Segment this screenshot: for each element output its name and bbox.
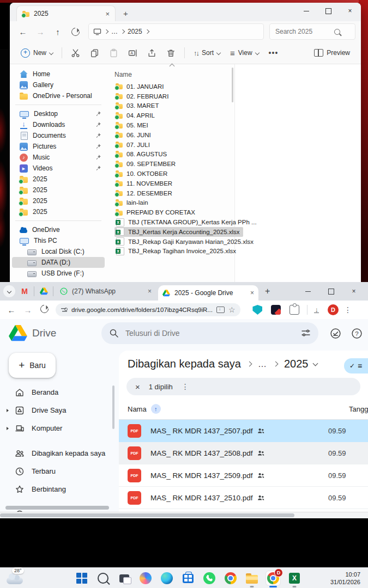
view-button[interactable]: ≡ View [226,45,263,61]
whatsapp-button[interactable] [202,571,216,585]
file-explorer-button[interactable] [245,571,259,585]
extension-shield-icon[interactable] [252,305,262,315]
new-button[interactable]: + New [16,45,57,61]
breadcrumb-current[interactable]: 2025 [284,358,318,370]
expand-arrow-icon[interactable] [7,427,9,430]
chrome-button[interactable] [224,571,238,585]
folder-row[interactable]: 09. SEPTEMBER [107,159,234,169]
reload-button[interactable] [37,305,51,315]
sidebar-item-this-pc[interactable]: This PC [12,235,105,246]
file-row[interactable]: TBJ_Rekap Gaji Karyawan Harian_2025.xlsx [107,237,234,247]
chrome-profile-button[interactable]: D [266,571,280,585]
folder-row[interactable]: 11. NOVEMBER [107,179,234,188]
file-row[interactable]: PDF MAS_ RK MDR 1437_2510.pdf 09.59 [119,487,368,509]
forward-button[interactable]: → [33,24,48,39]
sidebar-item-komputer[interactable]: Komputer [0,419,119,437]
site-settings-icon[interactable] [61,307,68,313]
folder-row[interactable]: 08. AGUSTUS [107,150,234,160]
copilot-button[interactable] [138,571,153,585]
folder-row[interactable]: 12. DESEMBER [107,188,234,198]
copy-button[interactable] [86,45,104,61]
close-tab-icon[interactable]: × [105,10,110,18]
maximize-button[interactable] [320,282,342,301]
folder-row[interactable]: 07. JULI [107,140,234,150]
close-tab-icon[interactable]: × [148,287,152,295]
sidebar-item-desktop[interactable]: Desktop [12,108,105,119]
extensions-puzzle-icon[interactable] [289,305,299,315]
taskbar-clock[interactable]: 10:07 31/01/2026 [330,571,368,586]
folder-row[interactable]: 05. MEI [107,120,234,130]
breadcrumb[interactable]: … 2025 [88,23,264,40]
sidebar-item-drive-saya[interactable]: Drive Saya [0,401,119,419]
column-header-tanggal[interactable]: Tanggal d [349,405,368,413]
more-actions-icon[interactable]: ⋮ [182,382,189,391]
sidebar-item-documents[interactable]: Documents [12,130,105,141]
sidebar-item-music[interactable]: ♪Music [12,152,105,163]
horizontal-scrollbar[interactable] [0,512,368,518]
send-to-device-icon[interactable] [216,307,225,313]
taskbar-search-button[interactable] [96,571,110,585]
breadcrumb-ellipsis[interactable]: … [111,28,118,35]
sidebar-item-beranda[interactable]: Beranda [0,383,119,401]
profile-avatar[interactable]: D [328,304,339,315]
excel-button[interactable]: X [287,571,301,585]
sidebar-item-videos[interactable]: ▶Videos [12,163,105,174]
close-button[interactable]: × [339,3,361,19]
help-icon[interactable]: ? [351,328,363,339]
edge-button[interactable] [160,571,174,585]
close-tab-icon[interactable]: × [250,289,254,297]
scrollbar[interactable] [232,68,233,102]
expand-arrow-icon[interactable] [7,409,9,412]
sidebar-item-2025[interactable]: 2025 [12,174,105,185]
search-filter-icon[interactable] [301,329,311,338]
folder-row[interactable]: 10. OKTOBER [107,169,234,179]
column-header-nama[interactable]: Nama [128,405,147,413]
share-button[interactable] [143,45,161,61]
folder-row[interactable]: 01. JANUARI [107,82,234,91]
new-tab-button[interactable]: + [123,9,128,18]
drive-logo[interactable]: Drive [0,325,101,341]
sidebar-item-dibagikan[interactable]: Dibagikan kepada saya [0,444,119,462]
url-text[interactable]: drive.google.com/drive/folders/107ibzg4C… [71,307,213,313]
task-view-button[interactable] [117,571,131,585]
folder-row[interactable]: 02. FEBRUARI [107,91,234,101]
tab-search-button[interactable] [3,285,15,297]
drive-search-bar[interactable] [101,322,318,344]
explorer-search-input[interactable] [274,27,331,36]
sidebar-item-home[interactable]: Home [12,69,105,79]
sidebar-item-data-d[interactable]: DATA (D:) [12,257,105,268]
tab-google-drive-active[interactable]: 2025 - Google Drive × [158,285,258,301]
file-row-selected[interactable]: TBJ_Kertas Kerja Accounting_2025.xlsx [107,227,234,237]
new-tab-button[interactable]: + [261,286,274,296]
refresh-button[interactable] [68,24,83,39]
folder-row[interactable]: 06. JUNI [107,130,234,140]
close-button[interactable]: × [343,282,365,301]
sidebar-item-terbaru[interactable]: Terbaru [0,462,119,480]
sidebar-item-2025[interactable]: 2025 [12,195,105,206]
scrollbar[interactable] [5,506,109,510]
file-row[interactable]: TBJ_Rekap Tagihan Invoice_2025.xlsx [107,247,234,256]
offline-status-icon[interactable] [330,328,341,339]
forward-button[interactable]: → [21,305,35,315]
maximize-button[interactable] [317,3,339,19]
search-icon[interactable] [109,328,119,338]
file-row[interactable]: PDF MAS_ RK MDR 1437_2508.pdf 09.59 [119,442,368,464]
tab-whatsapp[interactable]: (27) WhatsApp × [56,282,156,301]
sidebar-item-usb-f[interactable]: USB Drive (F:) [12,268,105,279]
start-button[interactable] [75,571,89,585]
sort-button[interactable]: ↑↓ Sort [189,45,225,61]
weather-widget[interactable]: 28° [0,573,72,584]
drive-search-input[interactable] [124,328,295,338]
breadcrumb-current[interactable]: 2025 [128,28,142,35]
minimize-button[interactable] [295,3,317,19]
sidebar-item-berbintang[interactable]: Berbintang [0,480,119,498]
pinned-tab-drive[interactable] [37,282,51,301]
extension-dark-icon[interactable] [271,305,281,315]
sidebar-item-downloads[interactable]: ↓Downloads [12,119,105,130]
folder-row[interactable]: 03. MARET [107,101,234,111]
rename-button[interactable]: A [124,45,142,61]
folder-row[interactable]: PREPAID BY CORETAX [107,207,234,217]
minimize-button[interactable] [297,282,319,301]
address-bar[interactable]: drive.google.com/drive/folders/107ibzg4C… [56,303,240,316]
store-button[interactable] [181,571,195,585]
